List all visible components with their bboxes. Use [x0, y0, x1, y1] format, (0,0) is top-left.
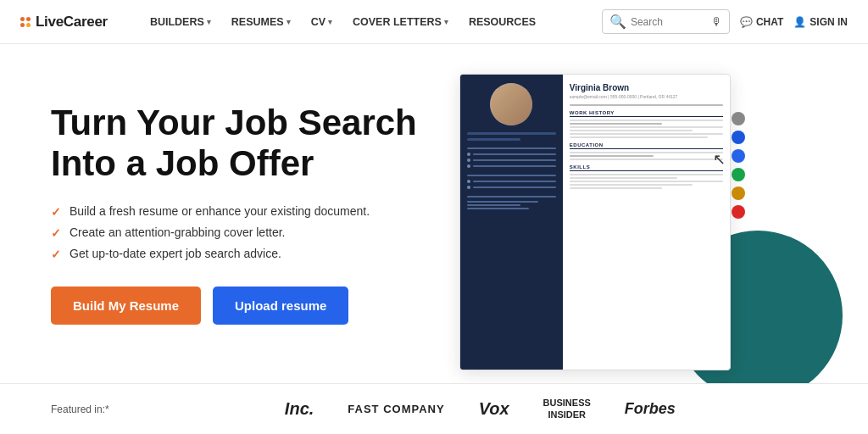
color-swatch-yellow[interactable] — [732, 186, 745, 200]
nav-cv[interactable]: CV ▾ — [303, 11, 341, 33]
upload-resume-button[interactable]: Upload resume — [213, 287, 348, 325]
chevron-down-icon: ▾ — [287, 18, 291, 26]
forbes-logo: Forbes — [625, 400, 676, 418]
hero-content: Turn Your Job Search Into a Job Offer ✓ … — [51, 103, 424, 326]
logo[interactable]: LiveCareer — [20, 14, 108, 31]
mic-icon[interactable]: 🎙 — [711, 15, 722, 28]
chevron-down-icon: ▾ — [444, 18, 448, 26]
color-swatch-gray[interactable] — [732, 112, 745, 125]
color-swatch-red[interactable] — [732, 205, 745, 219]
nav-cover-letters[interactable]: COVER LETTERS ▾ — [344, 11, 457, 33]
checkmark-icon: ✓ — [51, 205, 61, 219]
logo-dots-icon — [20, 17, 31, 27]
search-box[interactable]: 🔍 🎙 — [602, 9, 730, 34]
hero-buttons: Build My Resume Upload resume — [51, 287, 424, 325]
search-icon: 🔍 — [609, 14, 626, 30]
cursor-icon: ↖ — [713, 150, 726, 169]
bullet-2: ✓ Create an attention-grabbing cover let… — [51, 225, 424, 240]
resume-preview: Virginia Brown sample@email.com | 555-00… — [459, 74, 731, 370]
resume-sidebar — [460, 75, 563, 370]
color-swatch-green[interactable] — [732, 168, 745, 181]
search-input[interactable] — [631, 16, 707, 28]
fastcompany-logo: FAST COMPANY — [348, 403, 444, 415]
logo-text: LiveCareer — [36, 14, 108, 31]
resume-avatar — [490, 83, 532, 125]
nav-resources[interactable]: RESOURCES — [460, 11, 544, 33]
chat-button[interactable]: 💬 CHAT — [740, 16, 783, 28]
color-swatch-blue[interactable] — [732, 149, 745, 163]
nav-right: 🔍 🎙 💬 CHAT 👤 SIGN IN — [602, 9, 848, 34]
bullet-1: ✓ Build a fresh resume or enhance your e… — [51, 204, 424, 219]
chevron-down-icon: ▾ — [328, 18, 332, 26]
inc-logo: Inc. — [285, 399, 314, 419]
build-resume-button[interactable]: Build My Resume — [51, 287, 201, 325]
nav-links: BUILDERS ▾ RESUMES ▾ CV ▾ COVER LETTERS … — [142, 11, 602, 33]
featured-label: Featured in:* — [51, 403, 109, 415]
checkmark-icon: ✓ — [51, 248, 61, 261]
hero-title: Turn Your Job Search Into a Job Offer — [51, 103, 424, 185]
hero-visual: Virginia Brown sample@email.com | 555-00… — [424, 44, 817, 383]
signin-button[interactable]: 👤 SIGN IN — [793, 16, 848, 28]
chevron-down-icon: ▾ — [207, 18, 211, 26]
color-palette — [732, 112, 745, 219]
nav-resumes[interactable]: RESUMES ▾ — [223, 11, 299, 33]
chat-bubble-icon: 💬 — [740, 16, 753, 28]
bullet-3: ✓ Get up-to-date expert job search advic… — [51, 247, 424, 261]
featured-logos: Inc. FAST COMPANY Vox BUSINESSINSIDER Fo… — [143, 398, 817, 420]
user-icon: 👤 — [793, 16, 806, 28]
nav-builders[interactable]: BUILDERS ▾ — [142, 11, 220, 33]
checkmark-icon: ✓ — [51, 226, 61, 240]
hero-section: Turn Your Job Search Into a Job Offer ✓ … — [0, 44, 868, 383]
business-insider-logo: BUSINESSINSIDER — [543, 398, 591, 420]
color-swatch-navy[interactable] — [732, 131, 745, 144]
vox-logo: Vox — [479, 399, 509, 419]
navigation: LiveCareer BUILDERS ▾ RESUMES ▾ CV ▾ COV… — [0, 0, 868, 44]
resume-main: Virginia Brown sample@email.com | 555-00… — [563, 75, 730, 370]
hero-bullets: ✓ Build a fresh resume or enhance your e… — [51, 204, 424, 261]
featured-section: Featured in:* Inc. FAST COMPANY Vox BUSI… — [0, 383, 868, 434]
